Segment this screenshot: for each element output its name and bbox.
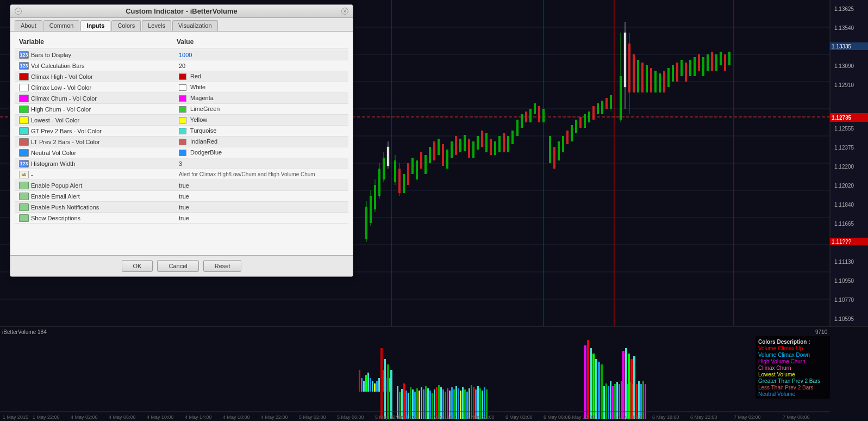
param-value-neutral[interactable]: DodgerBlue <box>179 149 344 156</box>
svg-rect-204 <box>598 362 600 419</box>
param-value-lowest[interactable]: Yellow <box>179 116 344 123</box>
param-value-gt-prev2[interactable]: Turquoise <box>179 127 344 134</box>
color-box-red <box>179 73 186 80</box>
param-value-popup-alert[interactable]: true <box>179 182 344 189</box>
svg-rect-38 <box>424 155 427 174</box>
svg-rect-48 <box>468 139 470 158</box>
svg-rect-201 <box>590 348 592 419</box>
param-name-high-churn: High Churn - Vol Color <box>31 106 179 113</box>
param-value-push-notifications[interactable]: true <box>179 204 344 210</box>
svg-rect-167 <box>419 391 420 419</box>
tab-colors[interactable]: Colors <box>111 20 141 31</box>
svg-text:1.13625: 1.13625 <box>834 6 854 12</box>
tab-levels[interactable]: Levels <box>142 20 171 31</box>
row-vol-calc-bars: 123 Vol Calculation Bars 20 <box>15 60 348 71</box>
svg-rect-222 <box>638 381 640 419</box>
svg-rect-53 <box>490 139 492 155</box>
color-label-white: White <box>190 84 205 90</box>
row-show-descriptions: Show Descriptions true <box>15 213 348 224</box>
row-climax-churn: Climax Churn - Vol Color Magenta <box>15 93 348 104</box>
svg-rect-66 <box>549 136 551 163</box>
color-box-indianred <box>179 139 186 145</box>
dialog-titlebar: − Custom Indicator - iBetterVolume × <box>10 5 353 18</box>
svg-rect-75 <box>588 112 590 122</box>
param-value-email-alert[interactable]: true <box>179 193 344 200</box>
svg-rect-93 <box>659 73 661 92</box>
reset-button[interactable]: Reset <box>203 260 242 272</box>
svg-rect-187 <box>462 387 464 419</box>
param-value-climax-low[interactable]: White <box>179 84 344 91</box>
row-lt-prev2: LT Prev 2 Bars - Vol Color IndianRed <box>15 137 348 147</box>
svg-rect-70 <box>566 131 569 144</box>
svg-text:1.10595: 1.10595 <box>834 316 854 322</box>
ok-button[interactable]: OK <box>122 260 153 272</box>
svg-rect-102 <box>698 54 700 71</box>
svg-rect-92 <box>654 71 657 92</box>
param-value-bars-to-display[interactable]: 1000 <box>179 52 344 58</box>
svg-text:5 May 14:00: 5 May 14:00 <box>391 414 419 420</box>
tab-about[interactable]: About <box>15 20 42 31</box>
svg-rect-191 <box>471 385 472 419</box>
svg-text:Volume Climax Up: Volume Climax Up <box>758 345 803 351</box>
svg-text:6 May 06:00: 6 May 06:00 <box>544 414 571 420</box>
svg-rect-229 <box>630 359 633 419</box>
svg-rect-155 <box>387 364 389 419</box>
param-value-show-descriptions[interactable]: true <box>179 215 344 221</box>
row-climax-low: Climax Low - Vol Color White <box>15 82 348 93</box>
param-value-histogram-width[interactable]: 3 <box>179 160 344 167</box>
svg-rect-157 <box>397 386 398 419</box>
svg-rect-64 <box>538 106 540 122</box>
svg-rect-147 <box>378 378 380 392</box>
param-value-high-churn[interactable]: LimeGreen <box>179 106 344 113</box>
svg-text:5 May 02:00: 5 May 02:00 <box>299 414 326 420</box>
param-value-lt-prev2[interactable]: IndianRed <box>179 138 344 145</box>
svg-rect-210 <box>612 386 614 419</box>
svg-rect-140 <box>363 381 365 392</box>
param-name-show-descriptions: Show Descriptions <box>31 215 179 221</box>
svg-text:6 May 14:00: 6 May 14:00 <box>614 414 641 420</box>
svg-text:Greater Than Prev 2 Bars: Greater Than Prev 2 Bars <box>758 378 820 384</box>
row-climax-high: Climax High - Vol Color Red <box>15 71 348 82</box>
svg-rect-186 <box>460 391 461 419</box>
param-value-climax-churn[interactable]: Magenta <box>179 95 344 102</box>
svg-text:1.13090: 1.13090 <box>834 63 854 69</box>
close-button[interactable]: × <box>341 8 348 15</box>
param-value-climax-high[interactable]: Red <box>179 73 344 80</box>
svg-text:Lowest Volume: Lowest Volume <box>758 372 795 377</box>
tab-visualization[interactable]: Visualization <box>172 20 218 31</box>
tab-common[interactable]: Common <box>43 20 80 31</box>
svg-text:1.10770: 1.10770 <box>834 297 854 303</box>
table-header: Variable Value <box>15 36 348 48</box>
minimize-button[interactable]: − <box>15 8 22 15</box>
color-box-turquoise <box>179 128 186 134</box>
cancel-button[interactable]: Cancel <box>157 260 198 272</box>
content-spacer <box>15 224 348 251</box>
param-name-lt-prev2: LT Prev 2 Bars - Vol Color <box>31 139 179 145</box>
svg-rect-138 <box>359 370 360 392</box>
color-label-dodgerblue: DodgerBlue <box>190 149 222 156</box>
svg-text:4 May 10:00: 4 May 10:00 <box>147 414 174 420</box>
param-name-climax-churn: Climax Churn - Vol Color <box>31 95 179 102</box>
bool-icon-email <box>19 193 29 200</box>
svg-rect-185 <box>458 388 459 419</box>
param-value-vol-calc[interactable]: 20 <box>179 63 344 69</box>
dialog-footer: OK Cancel Reset <box>10 255 353 276</box>
svg-rect-35 <box>411 158 414 174</box>
svg-rect-169 <box>423 389 424 419</box>
svg-rect-194 <box>477 386 479 419</box>
param-name-gt-prev2: GT Prev 2 Bars - Vol Color <box>31 128 179 134</box>
svg-text:4 May 18:00: 4 May 18:00 <box>223 414 250 420</box>
color-swatch-climax-low <box>19 84 29 91</box>
svg-rect-69 <box>562 136 564 152</box>
tab-inputs[interactable]: Inputs <box>80 20 110 31</box>
svg-rect-49 <box>472 141 474 158</box>
svg-rect-171 <box>427 388 429 419</box>
svg-text:Climax Churn: Climax Churn <box>758 365 791 371</box>
svg-rect-65 <box>542 109 545 122</box>
svg-rect-37 <box>420 152 422 169</box>
svg-text:Colors Description :: Colors Description : <box>758 339 810 345</box>
svg-rect-95 <box>667 68 670 87</box>
svg-rect-200 <box>587 340 589 419</box>
tab-bar: About Common Inputs Colors Levels Visual… <box>10 18 353 32</box>
svg-text:6 May 22:00: 6 May 22:00 <box>690 414 717 420</box>
